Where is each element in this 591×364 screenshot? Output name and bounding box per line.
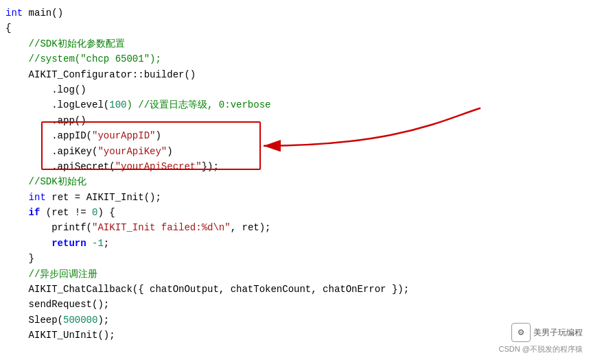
code-token: 500000 <box>63 315 97 326</box>
code-line: AIKIT_Configurator::builder() <box>5 67 591 82</box>
code-token: "yourApiKey" <box>97 146 167 157</box>
code-token: }); <box>202 161 219 172</box>
code-token: ) //设置日志等级, 0:verbose <box>126 99 270 110</box>
code-token: .log() <box>5 84 86 95</box>
code-token: , ret); <box>231 222 271 233</box>
code-token: } <box>5 253 34 264</box>
code-line: { <box>5 21 591 36</box>
code-token: ret = AIKIT_Init(); <box>46 192 161 203</box>
code-token: AIKIT_ChatCallback({ chatOnOutput, chatT… <box>5 284 409 295</box>
code-line: .app() <box>5 113 591 128</box>
code-line: } <box>5 251 591 266</box>
watermark-line1: 美男子玩编程 <box>533 326 583 339</box>
code-token: int <box>29 192 46 203</box>
code-line: return -1; <box>5 236 591 251</box>
code-token: //system("chcp 65001"); <box>5 53 161 64</box>
code-token <box>5 207 29 218</box>
code-token: AIKIT_UnInit(); <box>5 330 115 341</box>
watermark-icon: ⚙ <box>511 323 531 342</box>
code-token: "AIKIT_Init failed:%d\n" <box>92 222 231 233</box>
code-token: sendRequest(); <box>5 299 109 310</box>
code-line: AIKIT_ChatCallback({ chatOnOutput, chatT… <box>5 282 591 297</box>
code-token: ) <box>155 130 161 141</box>
code-token: ) <box>167 146 172 157</box>
code-token: main() <box>23 8 63 19</box>
code-line: printf("AIKIT_Init failed:%d\n", ret); <box>5 220 591 235</box>
code-token <box>5 192 29 203</box>
code-token: { <box>5 23 11 34</box>
code-token <box>5 238 51 249</box>
code-line: sendRequest(); <box>5 297 591 312</box>
watermark-line2: CSDN @不脱发的程序猿 <box>499 343 583 356</box>
code-line: .logLevel(100) //设置日志等级, 0:verbose <box>5 97 591 112</box>
code-token: return <box>51 238 86 249</box>
code-token: //SDK初始化参数配置 <box>5 38 125 49</box>
code-token: int <box>5 8 23 19</box>
code-token: .logLevel( <box>5 99 109 110</box>
code-line: .apiKey("yourApiKey") <box>5 144 591 159</box>
code-token: .apiSecret( <box>5 161 115 172</box>
code-line: .appID("yourAppID") <box>5 128 591 143</box>
code-token: .apiKey( <box>5 146 97 157</box>
code-line: //异步回调注册 <box>5 267 591 282</box>
code-line: //system("chcp 65001"); <box>5 51 591 66</box>
code-token: -1 <box>92 238 104 249</box>
code-token: .appID( <box>5 130 92 141</box>
code-line: int ret = AIKIT_Init(); <box>5 190 591 205</box>
code-token: 100 <box>109 99 126 110</box>
code-token: "yourAppID" <box>92 130 155 141</box>
code-token: AIKIT_Configurator::builder() <box>5 69 196 80</box>
watermark: ⚙ 美男子玩编程 CSDN @不脱发的程序猿 <box>499 323 583 356</box>
code-line: //SDK初始化 <box>5 174 591 189</box>
code-token: ); <box>97 315 109 326</box>
code-token: Sleep( <box>5 315 63 326</box>
code-line: if (ret != 0) { <box>5 205 591 220</box>
code-token: printf( <box>5 222 92 233</box>
code-token: .app() <box>5 115 86 126</box>
code-token: (ret != <box>40 207 92 218</box>
code-token <box>86 238 92 249</box>
code-token: ; <box>104 238 109 249</box>
code-line: .log() <box>5 82 591 97</box>
code-line: //SDK初始化参数配置 <box>5 36 591 51</box>
code-token: "yourApiSecret" <box>115 161 202 172</box>
code-area: int main(){ //SDK初始化参数配置 //system("chcp … <box>0 0 591 364</box>
code-token: //SDK初始化 <box>5 176 86 187</box>
code-token: if <box>29 207 40 218</box>
code-token: //异步回调注册 <box>5 269 97 280</box>
code-line: int main() <box>5 5 591 21</box>
code-token: ) { <box>97 207 115 218</box>
code-line: .apiSecret("yourApiSecret"}); <box>5 159 591 174</box>
